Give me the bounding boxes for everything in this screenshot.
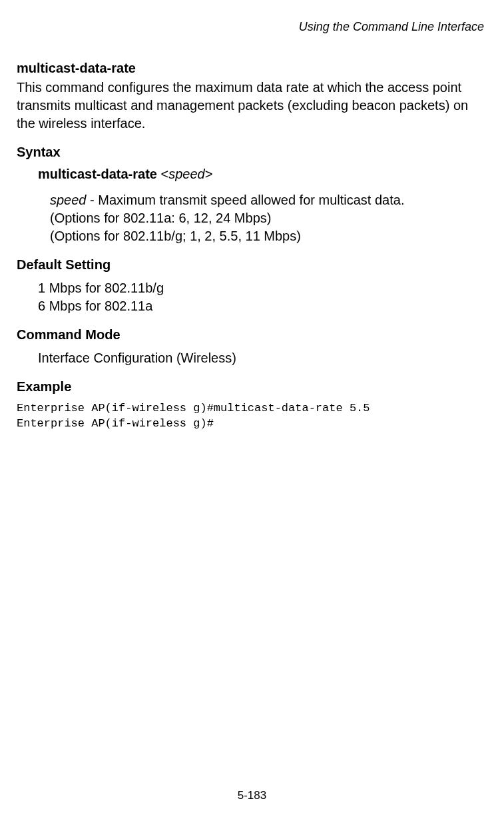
syntax-command-name: multicast-data-rate [38, 167, 157, 181]
syntax-arg-close: > [205, 167, 213, 181]
command-title: multicast-data-rate [17, 61, 487, 76]
mode-heading: Command Mode [17, 327, 487, 343]
syntax-arg-name: speed [168, 167, 205, 181]
default-text: 1 Mbps for 802.11b/g 6 Mbps for 802.11a [38, 279, 487, 315]
param-desc-line2: (Options for 802.11a: 6, 12, 24 Mbps) [50, 211, 271, 225]
example-section: Example Enterprise AP(if-wireless g)#mul… [17, 379, 487, 432]
param-desc-line3: (Options for 802.11b/g; 1, 2, 5.5, 11 Mb… [50, 229, 301, 243]
default-line1: 1 Mbps for 802.11b/g [38, 281, 164, 295]
example-line1: Enterprise AP(if-wireless g)#multicast-d… [17, 402, 370, 414]
mode-text: Interface Configuration (Wireless) [38, 349, 487, 367]
example-line2: Enterprise AP(if-wireless g)# [17, 417, 214, 430]
page-number: 5-183 [0, 789, 504, 802]
example-heading: Example [17, 379, 487, 395]
default-heading: Default Setting [17, 257, 487, 273]
syntax-heading: Syntax [17, 145, 487, 160]
syntax-usage-line: multicast-data-rate <speed> [38, 167, 487, 182]
command-description: This command configures the maximum data… [17, 79, 487, 133]
syntax-arg-open: < [157, 167, 168, 181]
mode-section: Command Mode Interface Configuration (Wi… [17, 327, 487, 367]
chapter-header: Using the Command Line Interface [17, 20, 487, 34]
page-content: multicast-data-rate This command configu… [17, 61, 487, 432]
param-name: speed [50, 193, 87, 207]
param-desc-line1: Maximum transmit speed allowed for multi… [98, 193, 404, 207]
default-line2: 6 Mbps for 802.11a [38, 299, 152, 313]
default-section: Default Setting 1 Mbps for 802.11b/g 6 M… [17, 257, 487, 315]
param-sep: - [87, 193, 99, 207]
syntax-section: Syntax multicast-data-rate <speed> speed… [17, 145, 487, 245]
example-code-block: Enterprise AP(if-wireless g)#multicast-d… [17, 401, 487, 432]
param-description: speed - Maximum transmit speed allowed f… [50, 191, 487, 245]
